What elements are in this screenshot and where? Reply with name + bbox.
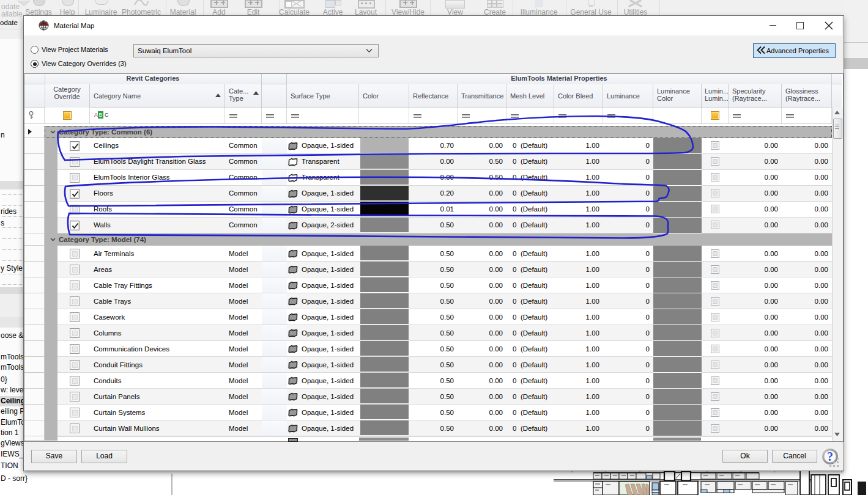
- svg-text:?: ?: [827, 450, 833, 463]
